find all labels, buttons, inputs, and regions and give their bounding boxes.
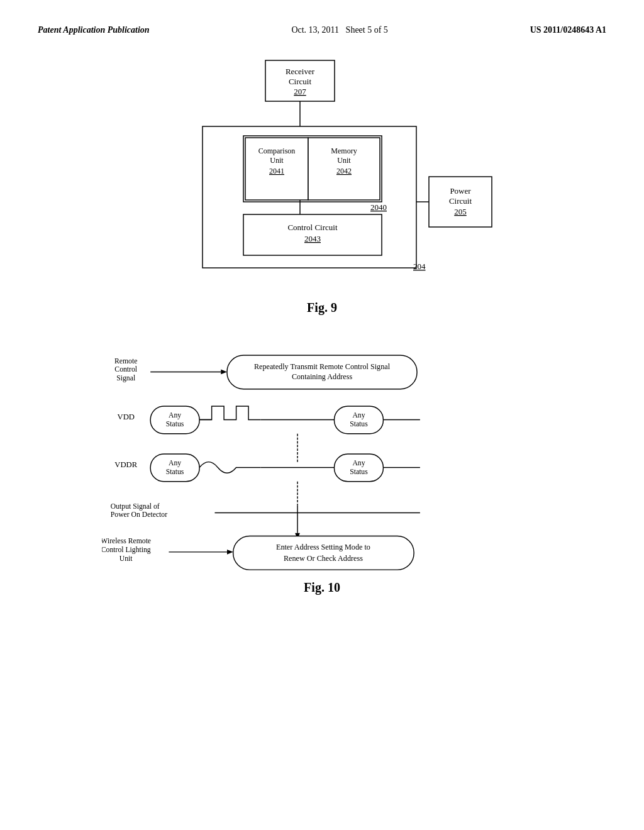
svg-text:Status: Status: [350, 420, 368, 428]
svg-text:Renew Or Check Address: Renew Or Check Address: [284, 554, 363, 563]
header-left: Patent Application Publication: [38, 25, 150, 35]
svg-marker-65: [227, 550, 233, 555]
fig9-label: Fig. 9: [307, 301, 337, 315]
header-date: Oct. 13, 2011: [291, 25, 339, 35]
svg-text:Signal: Signal: [116, 374, 136, 382]
svg-text:Repeatedly Transmit Remote Con: Repeatedly Transmit Remote Control Signa…: [254, 362, 391, 371]
svg-text:Circuit: Circuit: [289, 77, 311, 86]
svg-text:2043: 2043: [304, 234, 321, 243]
svg-text:Status: Status: [166, 468, 184, 476]
svg-text:Any: Any: [169, 459, 181, 467]
svg-text:Any: Any: [352, 411, 365, 419]
svg-text:Comparison: Comparison: [258, 147, 296, 155]
svg-text:Remote: Remote: [114, 357, 137, 365]
header-center: Oct. 13, 2011 Sheet 5 of 5: [291, 25, 387, 35]
svg-text:Any: Any: [169, 411, 181, 419]
fig9-diagram: Receiver Circuit 207 Comparison Unit 204…: [146, 54, 498, 293]
fig10-svg: Remote Control Signal Repeatedly Transmi…: [102, 334, 542, 573]
svg-text:2042: 2042: [336, 167, 352, 175]
svg-text:Wireless Remote: Wireless Remote: [102, 537, 151, 545]
svg-text:Memory: Memory: [331, 147, 357, 155]
svg-text:Enter Address Setting Mode to: Enter Address Setting Mode to: [276, 543, 370, 551]
svg-text:Unit: Unit: [337, 156, 351, 165]
svg-text:Power: Power: [450, 186, 471, 196]
svg-text:Control Lighting: Control Lighting: [102, 546, 151, 554]
header-sheet: Sheet 5 of 5: [346, 25, 388, 35]
svg-text:207: 207: [294, 87, 306, 96]
svg-text:Containing Address: Containing Address: [292, 372, 353, 381]
svg-text:Power On Detector: Power On Detector: [111, 511, 167, 519]
fig10-label: Fig. 10: [304, 580, 340, 595]
svg-text:VDD: VDD: [117, 412, 134, 421]
svg-text:Circuit: Circuit: [449, 196, 472, 206]
fig9-svg: Receiver Circuit 207 Comparison Unit 204…: [146, 54, 498, 293]
page: Patent Application Publication Oct. 13, …: [0, 0, 644, 830]
svg-text:Output Signal of: Output Signal of: [111, 502, 160, 511]
svg-text:2040: 2040: [370, 202, 387, 212]
svg-text:Receiver: Receiver: [286, 67, 315, 76]
fig10-diagram: Remote Control Signal Repeatedly Transmi…: [102, 334, 542, 573]
svg-text:Control: Control: [114, 365, 137, 374]
svg-text:Status: Status: [350, 468, 368, 476]
svg-rect-66: [233, 536, 414, 570]
svg-text:Status: Status: [166, 420, 184, 428]
svg-text:Unit: Unit: [119, 555, 133, 563]
fig10-container: Remote Control Signal Repeatedly Transmi…: [38, 334, 606, 607]
page-header: Patent Application Publication Oct. 13, …: [38, 25, 606, 35]
svg-text:VDDR: VDDR: [114, 460, 137, 469]
fig9-container: Receiver Circuit 207 Comparison Unit 204…: [38, 54, 606, 328]
svg-text:2041: 2041: [269, 167, 284, 175]
svg-text:Any: Any: [352, 459, 365, 467]
svg-text:Unit: Unit: [270, 156, 284, 165]
header-right: US 2011/0248643 A1: [530, 25, 606, 35]
svg-text:205: 205: [454, 207, 467, 216]
svg-marker-30: [221, 370, 227, 375]
svg-text:Control Circuit: Control Circuit: [287, 223, 337, 232]
svg-text:204: 204: [413, 262, 426, 271]
